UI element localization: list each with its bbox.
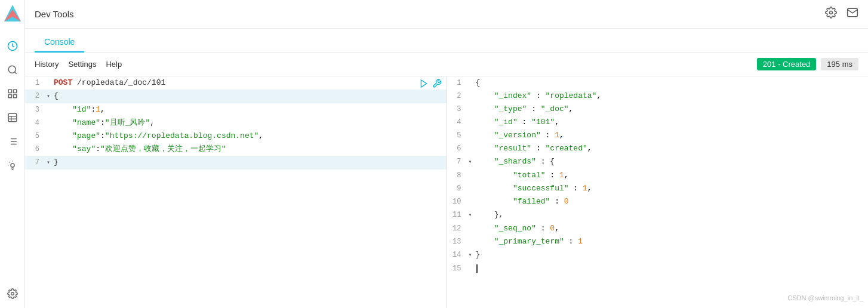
rcode-line-1: 1 { (447, 76, 869, 90)
toolbar-status: 201 - Created 195 ms (757, 58, 858, 70)
sidebar (0, 0, 25, 308)
rcode-line-12: 12 "_seq_no" : 0, (447, 222, 869, 235)
rline-num-7: 7 (447, 155, 469, 168)
svg-rect-9 (8, 113, 17, 122)
code-line-7: 7 ▾ } (25, 156, 447, 170)
svg-rect-5 (8, 90, 11, 93)
rline-num-12: 12 (447, 222, 469, 235)
rline-content-14: } (476, 248, 869, 261)
svg-line-4 (14, 72, 16, 73)
svg-point-3 (8, 66, 16, 73)
code-line-4: 4 "name":"且听_风吟", (25, 116, 447, 130)
panels: 1 POST /ropledata/_doc/101 2 ▾ { 3 "id":… (25, 76, 868, 308)
toolbar-history[interactable]: History (35, 60, 59, 69)
sidebar-icon-list[interactable] (5, 134, 20, 149)
svg-point-22 (11, 164, 14, 167)
line-num-4: 4 (25, 116, 47, 130)
sidebar-icon-settings[interactable] (5, 287, 20, 301)
rcode-line-6: 6 "result" : "created", (447, 142, 869, 155)
line-num-6: 6 (25, 143, 47, 156)
rline-num-5: 5 (447, 129, 469, 142)
settings-icon[interactable] (825, 7, 837, 21)
toolbar-settings[interactable]: Settings (68, 60, 96, 69)
rline-content-1: { (476, 76, 869, 90)
code-line-1: 1 POST /ropledata/_doc/101 (25, 76, 447, 90)
line-content-4: "name":"且听_风吟", (54, 116, 447, 130)
rcode-line-2: 2 "_index" : "ropledata", (447, 90, 869, 103)
rline-content-3: "_type" : "_doc", (476, 103, 869, 116)
rline-num-11: 11 (447, 208, 469, 221)
rcode-line-10: 10 "failed" : 0 (447, 195, 869, 208)
code-line-5: 5 "page":"https://ropledata.blog.csdn.ne… (25, 130, 447, 143)
line-content-1: POST /ropledata/_doc/101 (54, 76, 447, 90)
sidebar-icon-bulb[interactable] (5, 158, 20, 173)
rline-num-10: 10 (447, 195, 469, 208)
rcode-line-13: 13 "_primary_term" : 1 (447, 235, 869, 248)
code-line-2: 2 ▾ { (25, 90, 447, 103)
toolbar: History Settings Help 201 - Created 195 … (25, 53, 868, 76)
line-content-2: { (54, 90, 447, 103)
rcode-line-3: 3 "_type" : "_doc", (447, 103, 869, 116)
sidebar-icon-grid[interactable] (5, 87, 20, 101)
svg-point-23 (11, 292, 14, 295)
rline-num-1: 1 (447, 76, 469, 90)
rline-content-6: "result" : "created", (476, 142, 869, 155)
rcode-line-11: 11 ▾ }, (447, 208, 869, 222)
rcode-line-15: 15 (447, 262, 869, 275)
watermark: CSDN @swimming_in_it_ (787, 291, 863, 304)
rline-content-7: "_shards" : { (476, 155, 869, 168)
topbar-icons (825, 7, 858, 21)
sidebar-icon-table[interactable] (5, 110, 20, 125)
left-panel: 1 POST /ropledata/_doc/101 2 ▾ { 3 "id":… (25, 76, 447, 308)
rline-num-6: 6 (447, 142, 469, 155)
rline-content-9: "successful" : 1, (476, 182, 869, 195)
rline-content-11: }, (476, 208, 869, 221)
rline-content-12: "_seq_no" : 0, (476, 222, 869, 235)
line-num-2: 2 (25, 90, 47, 103)
svg-rect-6 (13, 90, 16, 93)
rline-content-4: "_id" : "101", (476, 116, 869, 129)
line-num-5: 5 (25, 130, 47, 143)
line-content-7: } (54, 156, 447, 169)
mail-icon[interactable] (847, 7, 858, 21)
sidebar-icon-search[interactable] (5, 63, 20, 77)
rline-num-13: 13 (447, 235, 469, 248)
svg-rect-8 (13, 95, 16, 98)
main-content: Dev Tools Console History Settings Help (25, 0, 868, 308)
rcode-line-4: 4 "_id" : "101", (447, 116, 869, 129)
logo (4, 5, 21, 34)
rline-content-15 (476, 262, 869, 275)
code-line-6: 6 "say":"欢迎点赞，收藏，关注，一起学习" (25, 143, 447, 156)
rcode-line-9: 9 "successful" : 1, (447, 182, 869, 195)
line-num-3: 3 (25, 103, 47, 116)
line-content-6: "say":"欢迎点赞，收藏，关注，一起学习" (54, 143, 447, 156)
rline-num-3: 3 (447, 103, 469, 116)
rline-content-8: "total" : 1, (476, 169, 869, 182)
rline-content-10: "failed" : 0 (476, 195, 869, 208)
rcode-line-8: 8 "total" : 1, (447, 169, 869, 182)
tabbar: Console (25, 29, 868, 53)
rline-num-9: 9 (447, 182, 469, 195)
rline-num-2: 2 (447, 90, 469, 103)
code-line-3: 3 "id":1, (25, 103, 447, 116)
line-content-5: "page":"https://ropledata.blog.csdn.net"… (54, 130, 447, 143)
sidebar-icon-clock[interactable] (5, 39, 20, 53)
line-num-1: 1 (25, 76, 47, 90)
rcode-line-5: 5 "_version" : 1, (447, 129, 869, 142)
topbar: Dev Tools (25, 0, 868, 29)
run-icon[interactable] (419, 79, 429, 93)
wrench-icon[interactable] (432, 79, 442, 93)
time-badge: 195 ms (821, 58, 858, 70)
tab-console[interactable]: Console (35, 32, 84, 53)
line-content-3: "id":1, (54, 103, 447, 116)
rline-content-2: "_index" : "ropledata", (476, 90, 869, 103)
toolbar-help[interactable]: Help (106, 60, 122, 69)
rline-num-4: 4 (447, 116, 469, 129)
app-title: Dev Tools (35, 9, 74, 19)
svg-line-20 (9, 162, 10, 162)
rline-num-15: 15 (447, 262, 469, 275)
panel-left-actions (419, 79, 442, 93)
svg-rect-7 (8, 95, 11, 98)
line-num-7: 7 (25, 156, 47, 169)
rcode-line-14: 14 ▾ } (447, 248, 869, 262)
